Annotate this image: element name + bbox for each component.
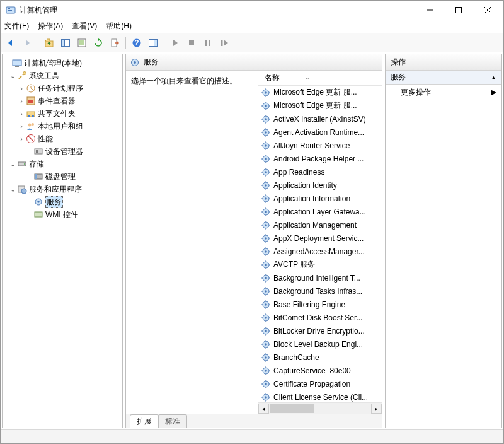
service-name: Application Information xyxy=(273,194,350,203)
service-row[interactable]: CaptureService_80e00 xyxy=(258,364,382,377)
horizontal-scrollbar[interactable]: ◂ ▸ xyxy=(258,402,382,414)
service-row[interactable]: ActiveX Installer (AxInstSV) xyxy=(258,112,382,126)
service-row[interactable]: Background Intelligent T... xyxy=(258,271,382,284)
toolbar-separator xyxy=(38,37,38,49)
play-button[interactable] xyxy=(168,35,183,50)
menu-view[interactable]: 查看(V) xyxy=(72,21,97,32)
service-name: Agent Activation Runtime... xyxy=(273,128,364,137)
export-button[interactable] xyxy=(107,35,122,50)
service-row[interactable]: Application Layer Gatewa... xyxy=(258,205,382,218)
stop-button[interactable] xyxy=(184,35,199,50)
up-button[interactable] xyxy=(42,35,57,50)
gear-icon xyxy=(261,300,271,310)
tree-disk-management[interactable]: 磁盘管理 xyxy=(3,170,122,183)
bottom-tabs: 扩展 标准 xyxy=(126,414,382,428)
service-row[interactable]: Client License Service (Cli... xyxy=(258,390,382,402)
scroll-right-icon[interactable]: ▸ xyxy=(371,404,382,414)
service-row[interactable]: Block Level Backup Engi... xyxy=(258,337,382,351)
scroll-left-icon[interactable]: ◂ xyxy=(258,404,269,414)
tree-wmi[interactable]: WMI 控件 xyxy=(3,208,122,221)
forward-button[interactable] xyxy=(20,35,35,50)
menu-help[interactable]: 帮助(H) xyxy=(106,21,132,32)
expand-icon[interactable]: › xyxy=(18,135,25,143)
svg-point-68 xyxy=(265,131,267,134)
actions-section[interactable]: 服务 ▲ xyxy=(386,71,501,85)
service-row[interactable]: AllJoyn Router Service xyxy=(258,139,382,152)
service-row[interactable]: BitLocker Drive Encryptio... xyxy=(258,324,382,337)
tab-extended[interactable]: 扩展 xyxy=(130,414,159,428)
show-hide-action-button[interactable] xyxy=(146,35,161,50)
minimize-button[interactable] xyxy=(415,1,444,20)
expand-icon[interactable]: › xyxy=(18,110,25,117)
tab-standard[interactable]: 标准 xyxy=(158,414,187,428)
service-row[interactable]: Certificate Propagation xyxy=(258,377,382,390)
service-name: Client License Service (Cli... xyxy=(273,393,368,402)
tree-device-manager[interactable]: 设备管理器 xyxy=(3,145,122,158)
scroll-thumb[interactable] xyxy=(270,404,314,413)
service-row[interactable]: Agent Activation Runtime... xyxy=(258,126,382,139)
list-rows[interactable]: Microsoft Edge 更新 服...Microsoft Edge 更新 … xyxy=(258,86,382,402)
refresh-button[interactable] xyxy=(91,35,106,50)
menu-action[interactable]: 操作(A) xyxy=(38,21,63,32)
menu-file[interactable]: 文件(F) xyxy=(4,21,29,32)
tools-icon xyxy=(17,71,27,81)
maximize-button[interactable] xyxy=(444,1,473,20)
svg-rect-9 xyxy=(62,39,65,46)
svg-point-98 xyxy=(265,197,267,200)
collapse-icon[interactable]: ⌄ xyxy=(9,185,16,194)
list-header[interactable]: 名称 ︿ xyxy=(258,71,382,86)
service-row[interactable]: App Readiness xyxy=(258,165,382,178)
gear-icon xyxy=(261,127,271,137)
back-button[interactable] xyxy=(3,35,18,50)
service-row[interactable]: Android Package Helper ... xyxy=(258,152,382,165)
menubar: 文件(F) 操作(A) 查看(V) 帮助(H) xyxy=(1,20,503,33)
help-button[interactable]: ? xyxy=(129,35,144,50)
restart-button[interactable] xyxy=(217,35,232,50)
tree-shared-folders[interactable]: › 共享文件夹 xyxy=(3,107,122,120)
tree-performance[interactable]: › 性能 xyxy=(3,132,122,145)
svg-rect-36 xyxy=(35,149,42,154)
service-row[interactable]: BranchCache xyxy=(258,351,382,364)
properties-button[interactable] xyxy=(74,35,89,50)
app-icon xyxy=(6,5,16,15)
collapse-icon[interactable]: ⌄ xyxy=(9,160,16,168)
tree-storage[interactable]: ⌄ 存储 xyxy=(3,158,122,170)
collapse-icon[interactable]: ⌄ xyxy=(9,72,16,80)
service-row[interactable]: Application Information xyxy=(258,192,382,205)
gear-icon xyxy=(261,260,271,270)
svg-point-80 xyxy=(265,158,267,160)
collapse-up-icon[interactable]: ▲ xyxy=(491,74,496,81)
close-button[interactable] xyxy=(473,1,502,20)
service-name: AVCTP 服务 xyxy=(273,259,315,270)
expand-icon[interactable]: › xyxy=(18,85,25,92)
service-row[interactable]: Microsoft Edge 更新 服... xyxy=(258,99,382,112)
tree-root[interactable]: 计算机管理(本地) xyxy=(3,57,122,69)
tree-services-apps[interactable]: ⌄ 服务和应用程序 xyxy=(3,183,122,196)
show-hide-tree-button[interactable] xyxy=(58,35,73,50)
service-row[interactable]: AssignedAccessManager... xyxy=(258,245,382,258)
actions-more[interactable]: 更多操作 ▶ xyxy=(386,85,501,100)
svg-point-56 xyxy=(265,105,267,107)
tree-event-viewer[interactable]: › 事件查看器 xyxy=(3,95,122,107)
service-row[interactable]: Application Identity xyxy=(258,178,382,192)
svg-rect-23 xyxy=(13,60,21,66)
service-row[interactable]: Background Tasks Infras... xyxy=(258,284,382,298)
service-row[interactable]: AVCTP 服务 xyxy=(258,258,382,271)
column-name[interactable]: 名称 ︿ xyxy=(258,73,382,83)
gear-icon xyxy=(261,353,271,363)
pause-button[interactable] xyxy=(200,35,215,50)
tree-pane[interactable]: 计算机管理(本地) ⌄ 系统工具 › 任务计划程序 › 事件查看器 › 共享文件… xyxy=(2,54,123,428)
service-row[interactable]: Microsoft Edge 更新 服... xyxy=(258,86,382,99)
tree-system-tools[interactable]: ⌄ 系统工具 xyxy=(3,69,122,82)
tree-task-scheduler[interactable]: › 任务计划程序 xyxy=(3,82,122,95)
body: 计算机管理(本地) ⌄ 系统工具 › 任务计划程序 › 事件查看器 › 共享文件… xyxy=(1,52,503,429)
service-row[interactable]: BitComet Disk Boost Ser... xyxy=(258,311,382,324)
tree-local-users[interactable]: › 本地用户和组 xyxy=(3,120,122,132)
service-row[interactable]: AppX Deployment Servic... xyxy=(258,231,382,245)
service-name: Android Package Helper ... xyxy=(273,155,364,163)
service-row[interactable]: Application Management xyxy=(258,218,382,231)
expand-icon[interactable]: › xyxy=(18,122,25,130)
expand-icon[interactable]: › xyxy=(18,97,25,105)
tree-services[interactable]: 服务 xyxy=(3,196,122,208)
service-row[interactable]: Base Filtering Engine xyxy=(258,298,382,311)
